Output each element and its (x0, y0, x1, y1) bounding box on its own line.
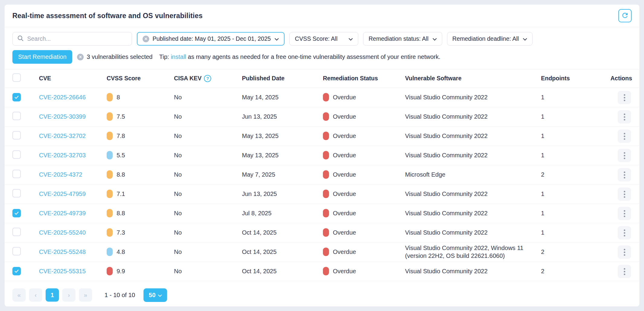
vulnerabilities-table: CVE CVSS Score CISA KEV ? Published Date… (5, 69, 639, 281)
last-page-button[interactable]: » (79, 288, 92, 302)
kebab-icon (624, 114, 625, 115)
column-header-endpoints[interactable]: Endpoints (541, 69, 610, 88)
cve-link[interactable]: CVE-2025-32702 (39, 133, 86, 139)
row-checkbox[interactable] (12, 131, 21, 139)
cisa-kev-value: No (174, 165, 242, 184)
row-checkbox[interactable] (12, 247, 21, 255)
selection-summary: × 3 vulnerabilities selected (77, 53, 153, 60)
selection-text: 3 vulnerabilities selected (87, 53, 153, 60)
published-date: Jul 8, 2025 (242, 204, 323, 223)
column-header-vulnerable-software[interactable]: Vulnerable Software (405, 69, 541, 88)
overdue-status-icon (323, 248, 329, 256)
column-header-cve[interactable]: CVE (39, 69, 107, 88)
vulnerable-software: Visual Studio Community 2022 (405, 223, 541, 242)
select-all-checkbox[interactable] (12, 73, 21, 82)
cisa-kev-help-icon[interactable]: ? (204, 75, 211, 82)
table-row: CVE-2025-32702 7.8 No May 13, 2025 Overd… (5, 126, 639, 146)
remediation-status-filter[interactable]: Remediation status: All (363, 32, 442, 46)
table-row: CVE-2025-55240 7.3 No Oct 14, 2025 Overd… (5, 223, 639, 242)
start-remediation-button[interactable]: Start Remediation (12, 50, 72, 64)
cvss-score-filter[interactable]: CVSS Score: All (289, 32, 358, 46)
remediation-status: Overdue (333, 133, 356, 139)
cvss-severity-badge (107, 228, 113, 237)
row-checkbox[interactable] (12, 170, 21, 178)
row-checkbox[interactable] (12, 112, 21, 120)
endpoints-count: 1 (541, 107, 610, 126)
cisa-kev-value: No (174, 204, 242, 223)
search-box[interactable] (12, 32, 132, 46)
row-actions-button[interactable] (618, 245, 631, 259)
clear-date-filter-icon[interactable]: × (143, 36, 149, 42)
published-date-filter[interactable]: × Published date: May 01, 2025 - Dec 01,… (137, 32, 285, 46)
remediation-deadline-filter[interactable]: Remediation deadline: All (447, 32, 533, 46)
endpoints-count: 2 (541, 261, 610, 281)
search-input[interactable] (27, 35, 127, 42)
table-row: CVE-2025-55248 4.8 No Oct 14, 2025 Overd… (5, 242, 639, 261)
page-size-select[interactable]: 50 (143, 288, 167, 302)
cve-link[interactable]: CVE-2025-30399 (39, 113, 86, 120)
row-actions-button[interactable] (618, 130, 631, 143)
cvss-severity-badge (107, 132, 113, 140)
chevron-down-icon (275, 35, 279, 42)
cvss-severity-badge (107, 248, 113, 256)
install-link[interactable]: install (171, 53, 186, 60)
vulnerable-software: Visual Studio Community 2022 (405, 107, 541, 126)
cve-link[interactable]: CVE-2025-47959 (39, 191, 86, 197)
row-actions-button[interactable] (618, 188, 631, 201)
row-actions-button[interactable] (618, 207, 631, 220)
first-page-button[interactable]: « (12, 288, 26, 302)
vulnerable-software: Visual Studio Community 2022 (405, 184, 541, 204)
row-actions-button[interactable] (618, 110, 631, 123)
cve-link[interactable]: CVE-2025-49739 (39, 210, 86, 216)
tip-text: Tip: install as many agents as needed fo… (159, 53, 440, 60)
cve-link[interactable]: CVE-2025-55315 (39, 268, 86, 274)
overdue-status-icon (323, 93, 329, 101)
cvss-score-value: 9.9 (117, 268, 125, 274)
remediation-status-filter-label: Remediation status: All (369, 35, 428, 42)
page-1-button[interactable]: 1 (46, 288, 59, 302)
chevron-down-icon (158, 292, 162, 299)
endpoints-count: 2 (541, 242, 610, 261)
column-header-remediation-status[interactable]: Remediation Status (323, 69, 405, 88)
cve-link[interactable]: CVE-2025-4372 (39, 171, 82, 178)
vulnerable-software: Visual Studio Community 2022 (405, 88, 541, 107)
row-checkbox[interactable] (12, 150, 21, 159)
refresh-icon (621, 11, 629, 20)
row-actions-button[interactable] (618, 226, 631, 239)
cve-link[interactable]: CVE-2025-55248 (39, 248, 86, 255)
overdue-status-icon (323, 228, 329, 237)
column-header-cisa-kev[interactable]: CISA KEV (174, 75, 201, 82)
prev-page-button[interactable]: ‹ (29, 288, 42, 302)
cvss-score-value: 8.8 (117, 171, 125, 178)
table-row: CVE-2025-26646 8 No May 14, 2025 Overdue… (5, 88, 639, 107)
cve-link[interactable]: CVE-2025-32703 (39, 152, 86, 159)
page-title: Real-time assessment of software and OS … (12, 12, 203, 20)
cisa-kev-value: No (174, 261, 242, 281)
remediation-status: Overdue (333, 229, 356, 236)
cve-link[interactable]: CVE-2025-26646 (39, 94, 86, 101)
row-checkbox[interactable] (12, 228, 21, 236)
row-actions-button[interactable] (618, 91, 631, 104)
remediation-status: Overdue (333, 248, 356, 255)
vulnerable-software: Microsoft Edge (405, 165, 541, 184)
row-actions-button[interactable] (618, 265, 631, 278)
cve-link[interactable]: CVE-2025-55240 (39, 229, 86, 236)
row-checkbox[interactable] (12, 189, 21, 197)
row-checkbox[interactable] (12, 93, 21, 101)
table-row: CVE-2025-49739 8.8 No Jul 8, 2025 Overdu… (5, 204, 639, 223)
panel-header: Real-time assessment of software and OS … (5, 5, 639, 27)
cvss-score-value: 8 (117, 94, 120, 101)
row-actions-button[interactable] (618, 149, 631, 162)
column-header-cvss-score[interactable]: CVSS Score (107, 69, 174, 88)
refresh-button[interactable] (618, 9, 632, 22)
table-body: CVE-2025-26646 8 No May 14, 2025 Overdue… (5, 88, 639, 281)
endpoints-count: 2 (541, 165, 610, 184)
clear-selection-icon[interactable]: × (77, 54, 84, 60)
row-checkbox[interactable] (12, 209, 21, 217)
row-actions-button[interactable] (618, 168, 631, 181)
vulnerable-software: Visual Studio Community 2022 (405, 204, 541, 223)
column-header-published-date[interactable]: Published Date (242, 69, 323, 88)
endpoints-count: 1 (541, 88, 610, 107)
next-page-button[interactable]: › (62, 288, 76, 302)
row-checkbox[interactable] (12, 267, 21, 275)
